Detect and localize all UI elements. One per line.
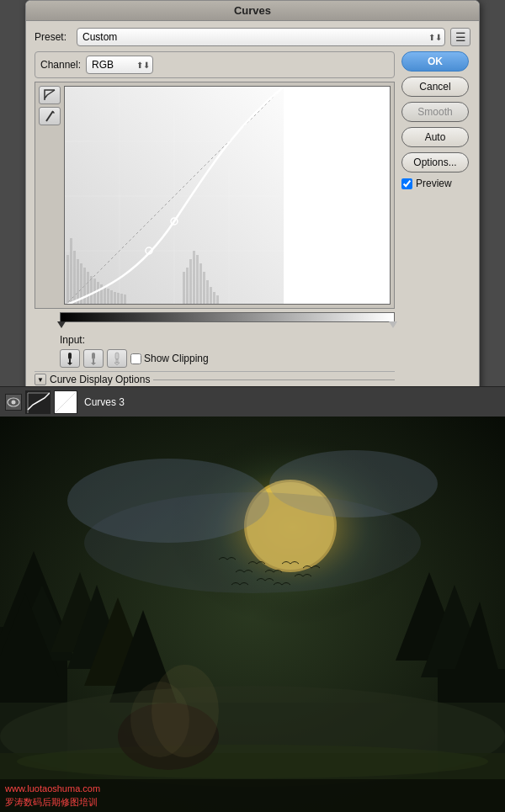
preset-menu-button[interactable]: ☰ [450, 28, 470, 46]
svg-rect-48 [116, 359, 118, 363]
svg-point-51 [12, 400, 16, 404]
show-clipping-text: Show Clipping [144, 353, 209, 364]
options-divider-line [153, 379, 395, 380]
gradient-bar-container [60, 312, 395, 322]
layer-content-thumbnail [25, 390, 50, 414]
show-clipping-label[interactable]: Show Clipping [130, 353, 209, 364]
svg-rect-27 [124, 295, 126, 304]
curve-tool-pointer[interactable] [39, 86, 61, 104]
preview-checkbox[interactable] [401, 178, 412, 189]
svg-rect-16 [87, 272, 89, 304]
gradient-bar-row [60, 312, 395, 322]
gradient-right-triangle [389, 321, 397, 328]
svg-point-76 [17, 745, 488, 778]
curve-display-options-label: Curve Display Options [50, 374, 150, 385]
cancel-button[interactable]: Cancel [401, 77, 469, 97]
curves-graph[interactable] [64, 86, 391, 305]
svg-rect-26 [120, 294, 123, 304]
white-point-eyedropper[interactable] [107, 349, 127, 368]
ok-button[interactable]: OK [401, 51, 469, 72]
svg-rect-28 [183, 272, 185, 304]
gradient-left-triangle [57, 321, 66, 328]
eyedropper-row: Show Clipping [60, 349, 395, 368]
preset-label: Preset: [35, 31, 72, 43]
svg-rect-41 [68, 353, 72, 359]
preset-row: Preset: Custom ⬆⬇ ☰ [35, 28, 470, 46]
svg-point-79 [130, 682, 189, 757]
auto-button[interactable]: Auto [401, 127, 469, 147]
right-panel: OK Cancel Smooth Auto Options... Preview [401, 51, 470, 387]
curve-display-options-row: ▼ Curve Display Options [35, 371, 395, 387]
watermark: www.luotaoshuma.com 罗涛数码后期修图培训 [0, 779, 505, 812]
curve-display-options-toggle[interactable]: ▼ [35, 374, 46, 385]
preview-row[interactable]: Preview [401, 178, 470, 189]
left-panel: Channel: RGB ⬆⬇ [35, 51, 395, 387]
channel-select-wrap: RGB ⬆⬇ [86, 56, 153, 74]
svg-rect-30 [189, 259, 192, 304]
options-button[interactable]: Options... [401, 152, 469, 172]
curves-container [35, 82, 395, 309]
svg-rect-23 [110, 290, 113, 304]
layer-bar: Curves 3 [0, 386, 505, 417]
input-label: Input: [60, 334, 93, 346]
svg-rect-29 [186, 268, 189, 304]
layer-mask-thumbnail [54, 390, 77, 414]
smooth-button[interactable]: Smooth [401, 102, 469, 122]
svg-rect-34 [203, 272, 205, 304]
channel-select[interactable]: RGB [86, 56, 153, 74]
horizontal-gradient-bar [60, 312, 395, 322]
svg-rect-22 [107, 289, 109, 304]
svg-rect-24 [114, 292, 116, 304]
svg-marker-49 [114, 363, 120, 365]
black-point-eyedropper[interactable] [60, 349, 80, 368]
svg-rect-45 [93, 359, 94, 363]
svg-rect-31 [193, 251, 195, 304]
gray-point-eyedropper[interactable] [83, 349, 104, 368]
curve-tool-pencil[interactable] [39, 107, 61, 125]
svg-point-60 [84, 492, 421, 593]
show-clipping-checkbox[interactable] [130, 353, 141, 364]
svg-marker-46 [91, 363, 96, 365]
svg-rect-35 [206, 280, 209, 304]
fantasy-scene: www.luotaoshuma.com 罗涛数码后期修图培训 [0, 417, 505, 812]
svg-rect-12 [73, 251, 76, 304]
channel-label: Channel: [40, 59, 81, 71]
svg-rect-21 [104, 287, 106, 304]
watermark-line1: www.luotaoshuma.com [5, 783, 500, 795]
svg-rect-47 [115, 353, 119, 359]
watermark-line2: 罗涛数码后期修图培训 [5, 796, 500, 809]
svg-rect-19 [97, 282, 99, 304]
svg-rect-44 [92, 353, 95, 359]
curves-dialog: Curves Preset: Custom ⬆⬇ ☰ Channel: [25, 0, 480, 395]
preset-select-wrap: Custom ⬆⬇ [77, 28, 445, 46]
svg-rect-37 [213, 292, 215, 304]
svg-marker-43 [67, 363, 72, 365]
svg-rect-11 [70, 238, 72, 304]
input-label-row: Input: [60, 334, 395, 346]
svg-rect-38 [216, 295, 219, 304]
svg-rect-33 [199, 263, 202, 304]
dialog-title: Curves [26, 1, 479, 21]
svg-rect-17 [90, 276, 93, 304]
preset-select[interactable]: Custom [77, 28, 445, 46]
layer-visibility-toggle[interactable] [5, 394, 22, 411]
channel-row: Channel: RGB ⬆⬇ [35, 51, 395, 78]
curve-tools [39, 86, 61, 305]
svg-rect-42 [69, 359, 71, 363]
svg-rect-25 [117, 293, 120, 304]
svg-rect-10 [66, 255, 69, 304]
svg-rect-13 [77, 259, 79, 304]
layer-name: Curves 3 [84, 396, 125, 408]
main-area: Channel: RGB ⬆⬇ [35, 51, 470, 387]
fantasy-background: www.luotaoshuma.com 罗涛数码后期修图培训 [0, 417, 505, 812]
svg-rect-36 [210, 287, 212, 304]
preview-label: Preview [416, 178, 452, 189]
svg-line-0 [46, 111, 53, 121]
svg-rect-32 [196, 255, 199, 304]
